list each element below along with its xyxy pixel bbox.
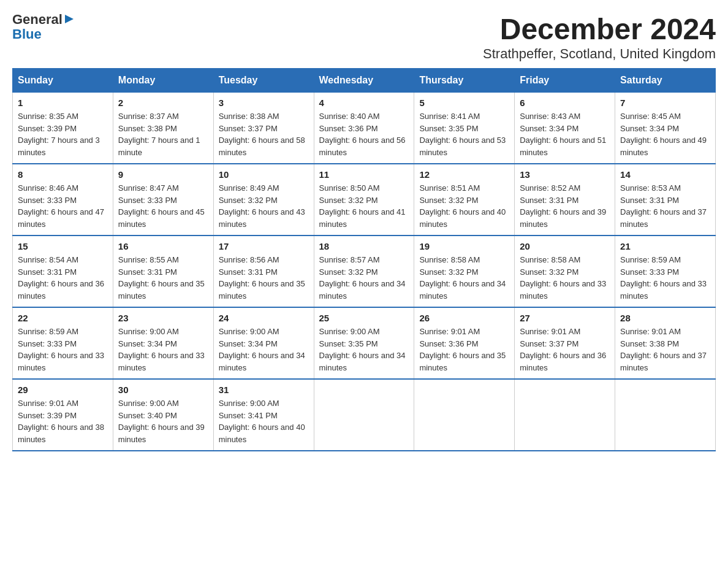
day-of-week-header: Tuesday	[213, 69, 314, 93]
day-info: Sunrise: 8:49 AMSunset: 3:32 PMDaylight:…	[219, 182, 309, 230]
day-info: Sunrise: 8:59 AMSunset: 3:33 PMDaylight:…	[620, 254, 710, 302]
day-info: Sunrise: 8:40 AMSunset: 3:36 PMDaylight:…	[319, 110, 409, 158]
day-number: 26	[419, 313, 509, 323]
calendar-week-row: 1Sunrise: 8:35 AMSunset: 3:39 PMDaylight…	[13, 93, 716, 164]
calendar-cell: 18Sunrise: 8:57 AMSunset: 3:32 PMDayligh…	[314, 236, 414, 307]
calendar-cell: 4Sunrise: 8:40 AMSunset: 3:36 PMDaylight…	[314, 93, 414, 164]
day-info: Sunrise: 8:47 AMSunset: 3:33 PMDaylight:…	[118, 182, 208, 230]
day-info: Sunrise: 8:38 AMSunset: 3:37 PMDaylight:…	[219, 110, 309, 158]
day-number: 13	[520, 169, 610, 180]
day-of-week-header: Wednesday	[314, 69, 414, 93]
day-info: Sunrise: 8:53 AMSunset: 3:31 PMDaylight:…	[620, 182, 710, 230]
day-info: Sunrise: 9:00 AMSunset: 3:34 PMDaylight:…	[219, 326, 309, 373]
calendar-cell: 6Sunrise: 8:43 AMSunset: 3:34 PMDaylight…	[515, 93, 615, 164]
day-of-week-header: Saturday	[615, 69, 716, 93]
calendar-cell: 31Sunrise: 9:00 AMSunset: 3:41 PMDayligh…	[213, 379, 314, 451]
calendar-cell	[615, 379, 716, 451]
calendar-cell: 1Sunrise: 8:35 AMSunset: 3:39 PMDaylight…	[13, 93, 113, 164]
day-info: Sunrise: 8:58 AMSunset: 3:32 PMDaylight:…	[520, 254, 610, 302]
day-number: 12	[419, 169, 509, 180]
calendar-cell: 24Sunrise: 9:00 AMSunset: 3:34 PMDayligh…	[213, 307, 314, 379]
day-number: 28	[620, 313, 710, 323]
day-number: 7	[620, 98, 710, 108]
day-number: 20	[520, 241, 610, 251]
day-number: 10	[219, 169, 309, 180]
day-info: Sunrise: 9:00 AMSunset: 3:34 PMDaylight:…	[118, 326, 208, 373]
calendar-cell: 19Sunrise: 8:58 AMSunset: 3:32 PMDayligh…	[414, 236, 515, 307]
day-info: Sunrise: 8:56 AMSunset: 3:31 PMDaylight:…	[219, 254, 309, 302]
calendar-cell: 16Sunrise: 8:55 AMSunset: 3:31 PMDayligh…	[113, 236, 213, 307]
calendar-cell: 17Sunrise: 8:56 AMSunset: 3:31 PMDayligh…	[213, 236, 314, 307]
day-number: 21	[620, 241, 710, 251]
day-number: 9	[118, 169, 208, 180]
calendar-week-row: 22Sunrise: 8:59 AMSunset: 3:33 PMDayligh…	[13, 307, 716, 379]
day-number: 18	[319, 241, 409, 251]
day-info: Sunrise: 9:01 AMSunset: 3:36 PMDaylight:…	[419, 326, 509, 373]
day-number: 11	[319, 169, 409, 180]
calendar-week-row: 29Sunrise: 9:01 AMSunset: 3:39 PMDayligh…	[13, 379, 716, 451]
calendar-cell: 23Sunrise: 9:00 AMSunset: 3:34 PMDayligh…	[113, 307, 213, 379]
day-info: Sunrise: 8:43 AMSunset: 3:34 PMDaylight:…	[520, 110, 610, 158]
day-info: Sunrise: 8:41 AMSunset: 3:35 PMDaylight:…	[419, 110, 509, 158]
calendar-cell	[414, 379, 515, 451]
calendar-cell: 2Sunrise: 8:37 AMSunset: 3:38 PMDaylight…	[113, 93, 213, 164]
day-of-week-header: Thursday	[414, 69, 515, 93]
calendar-cell: 13Sunrise: 8:52 AMSunset: 3:31 PMDayligh…	[515, 164, 615, 236]
calendar-cell: 30Sunrise: 9:00 AMSunset: 3:40 PMDayligh…	[113, 379, 213, 451]
day-number: 15	[18, 241, 108, 251]
calendar-cell: 22Sunrise: 8:59 AMSunset: 3:33 PMDayligh…	[13, 307, 113, 379]
day-number: 23	[118, 313, 208, 323]
title-block: December 2024 Strathpeffer, Scotland, Un…	[483, 12, 716, 62]
day-number: 25	[319, 313, 409, 323]
day-number: 2	[118, 98, 208, 108]
day-info: Sunrise: 8:55 AMSunset: 3:31 PMDaylight:…	[118, 254, 208, 302]
calendar-cell: 11Sunrise: 8:50 AMSunset: 3:32 PMDayligh…	[314, 164, 414, 236]
day-number: 16	[118, 241, 208, 251]
logo-blue: Blue	[12, 27, 76, 42]
calendar-cell: 21Sunrise: 8:59 AMSunset: 3:33 PMDayligh…	[615, 236, 716, 307]
day-info: Sunrise: 8:52 AMSunset: 3:31 PMDaylight:…	[520, 182, 610, 230]
calendar-cell: 12Sunrise: 8:51 AMSunset: 3:32 PMDayligh…	[414, 164, 515, 236]
day-info: Sunrise: 8:35 AMSunset: 3:39 PMDaylight:…	[18, 110, 108, 158]
calendar-cell	[314, 379, 414, 451]
page-subtitle: Strathpeffer, Scotland, United Kingdom	[483, 46, 716, 62]
day-info: Sunrise: 8:58 AMSunset: 3:32 PMDaylight:…	[419, 254, 509, 302]
day-number: 24	[219, 313, 309, 323]
day-info: Sunrise: 8:46 AMSunset: 3:33 PMDaylight:…	[18, 182, 108, 230]
day-info: Sunrise: 8:37 AMSunset: 3:38 PMDaylight:…	[118, 110, 208, 158]
logo-arrow-icon	[65, 13, 76, 25]
day-info: Sunrise: 9:00 AMSunset: 3:40 PMDaylight:…	[118, 397, 208, 445]
calendar-cell: 29Sunrise: 9:01 AMSunset: 3:39 PMDayligh…	[13, 379, 113, 451]
calendar-table: SundayMondayTuesdayWednesdayThursdayFrid…	[12, 68, 716, 451]
day-number: 14	[620, 169, 710, 180]
day-info: Sunrise: 8:54 AMSunset: 3:31 PMDaylight:…	[18, 254, 108, 302]
day-number: 29	[18, 385, 108, 395]
calendar-cell	[515, 379, 615, 451]
day-number: 1	[18, 98, 108, 108]
calendar-week-row: 8Sunrise: 8:46 AMSunset: 3:33 PMDaylight…	[13, 164, 716, 236]
day-number: 17	[219, 241, 309, 251]
day-of-week-header: Sunday	[13, 69, 113, 93]
page-header: General Blue December 2024 Strathpeffer,…	[12, 12, 716, 62]
logo: General Blue	[12, 12, 76, 42]
day-number: 19	[419, 241, 509, 251]
logo-general: General	[12, 12, 63, 27]
day-number: 6	[520, 98, 610, 108]
day-number: 27	[520, 313, 610, 323]
day-info: Sunrise: 8:51 AMSunset: 3:32 PMDaylight:…	[419, 182, 509, 230]
day-number: 8	[18, 169, 108, 180]
day-number: 4	[319, 98, 409, 108]
calendar-cell: 14Sunrise: 8:53 AMSunset: 3:31 PMDayligh…	[615, 164, 716, 236]
calendar-cell: 9Sunrise: 8:47 AMSunset: 3:33 PMDaylight…	[113, 164, 213, 236]
calendar-cell: 28Sunrise: 9:01 AMSunset: 3:38 PMDayligh…	[615, 307, 716, 379]
day-info: Sunrise: 9:01 AMSunset: 3:39 PMDaylight:…	[18, 397, 108, 445]
calendar-cell: 10Sunrise: 8:49 AMSunset: 3:32 PMDayligh…	[213, 164, 314, 236]
calendar-cell: 3Sunrise: 8:38 AMSunset: 3:37 PMDaylight…	[213, 93, 314, 164]
day-number: 22	[18, 313, 108, 323]
day-info: Sunrise: 8:50 AMSunset: 3:32 PMDaylight:…	[319, 182, 409, 230]
calendar-cell: 20Sunrise: 8:58 AMSunset: 3:32 PMDayligh…	[515, 236, 615, 307]
calendar-cell: 15Sunrise: 8:54 AMSunset: 3:31 PMDayligh…	[13, 236, 113, 307]
calendar-cell: 5Sunrise: 8:41 AMSunset: 3:35 PMDaylight…	[414, 93, 515, 164]
calendar-cell: 27Sunrise: 9:01 AMSunset: 3:37 PMDayligh…	[515, 307, 615, 379]
calendar-week-row: 15Sunrise: 8:54 AMSunset: 3:31 PMDayligh…	[13, 236, 716, 307]
